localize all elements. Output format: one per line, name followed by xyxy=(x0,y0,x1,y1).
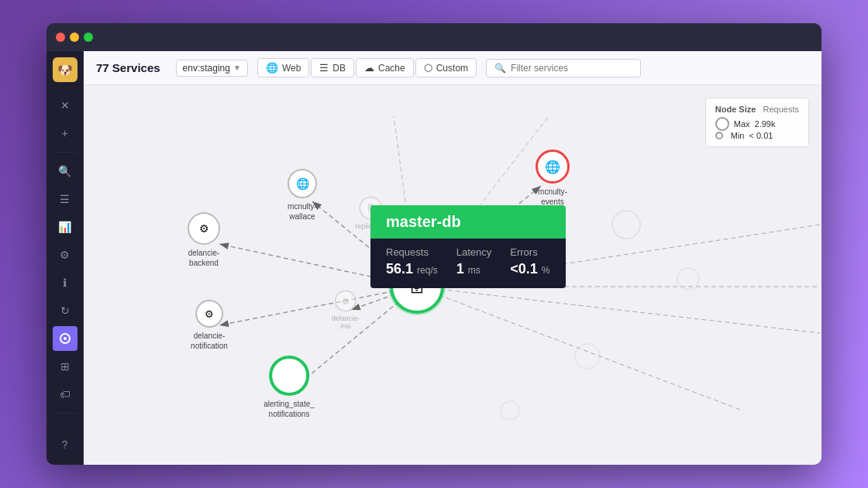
chevron-down-icon: ▼ xyxy=(233,64,241,72)
tooltip-requests-unit: req/s xyxy=(417,265,438,276)
db-icon: ☰ xyxy=(319,62,329,74)
grid-sidebar-icon[interactable]: ⊞ xyxy=(53,354,78,379)
topology-sidebar-icon[interactable] xyxy=(53,326,78,351)
ghost-node-1 xyxy=(612,211,640,239)
edge-master-delancie-notif xyxy=(219,287,417,325)
node-mcnulty-events[interactable]: 🌐 mcnulty-events xyxy=(536,149,570,207)
top-bar: 77 Services env:staging ▼ 🌐 Web ☰ DB xyxy=(84,51,822,85)
svg-point-1 xyxy=(64,337,67,340)
legend-box: Node Size Requests Max 2.99k Min < 0.01 xyxy=(705,98,809,147)
tooltip-latency-value: 1 ms xyxy=(456,261,492,277)
help-sidebar-icon[interactable]: ? xyxy=(53,432,78,457)
legend-max-label: Max xyxy=(734,119,750,129)
sidebar-divider-2 xyxy=(54,413,76,414)
settings-sidebar-icon[interactable]: ⚙ xyxy=(53,242,78,267)
node-label-delancie-backend: delancie-backend xyxy=(188,248,220,268)
legend-min-value: < 0.01 xyxy=(749,131,773,140)
maximize-traffic-light[interactable] xyxy=(84,33,93,42)
tooltip-header: master-db xyxy=(370,205,566,239)
tooltip-errors-unit: % xyxy=(542,265,550,276)
legend-min-row: Min < 0.01 xyxy=(715,131,799,140)
legend-max-circle xyxy=(715,117,729,131)
node-label-delancie-insi: delancie-insi xyxy=(332,314,360,330)
chart-sidebar-icon[interactable]: 📊 xyxy=(53,215,78,239)
search-box[interactable]: 🔍 xyxy=(486,59,641,77)
close-traffic-light[interactable] xyxy=(56,33,65,42)
refresh-sidebar-icon[interactable]: ↻ xyxy=(53,298,78,323)
main-content: 77 Services env:staging ▼ 🌐 Web ☰ DB xyxy=(84,51,822,465)
tooltip-card: master-db Requests 56.1 req/s Latency xyxy=(370,205,566,288)
tooltip-service-name: master-db xyxy=(386,213,461,230)
tooltip-requests-label: Requests xyxy=(386,246,438,258)
tag-sidebar-icon[interactable]: 🏷 xyxy=(53,382,78,407)
legend-min-label: Min xyxy=(731,131,745,140)
tooltip-body: Requests 56.1 req/s Latency 1 ms xyxy=(370,239,566,288)
minimize-traffic-light[interactable] xyxy=(70,33,79,42)
filter-tab-custom[interactable]: ⬡ Custom xyxy=(415,58,477,77)
filter-tabs: 🌐 Web ☰ DB ☁ Cache ⬡ Custom xyxy=(257,58,477,77)
info-sidebar-icon[interactable]: ℹ xyxy=(53,270,78,295)
search-input[interactable] xyxy=(511,63,632,74)
sidebar-logo: 🐶 xyxy=(53,57,78,82)
app-window: 🐶 ✕ + 🔍 ☰ 📊 ⚙ ℹ ↻ ⊞ 🏷 ? xyxy=(46,23,822,465)
search-icon: 🔍 xyxy=(494,63,506,74)
tooltip-col-requests: Requests 56.1 req/s xyxy=(386,246,438,277)
legend-title: Node Size Requests xyxy=(715,105,799,114)
filter-tab-custom-label: Custom xyxy=(436,63,468,74)
layers-sidebar-icon[interactable]: ☰ xyxy=(53,187,78,211)
legend-max-row: Max 2.99k xyxy=(715,117,799,131)
ghost-node-3 xyxy=(575,344,600,369)
node-alerting-state[interactable]: alerting_state_notifications xyxy=(264,356,315,419)
web-icon: 🌐 xyxy=(266,62,278,74)
filter-tab-cache[interactable]: ☁ Cache xyxy=(356,58,414,77)
legend-max-value: 2.99k xyxy=(755,119,776,129)
filter-tab-cache-label: Cache xyxy=(378,63,405,74)
node-label-delancie-notification: delancie-notification xyxy=(191,331,228,351)
env-dropdown[interactable]: env:staging ▼ xyxy=(176,60,248,77)
tooltip-errors-label: Errors xyxy=(510,246,549,258)
node-mcnulty-wallace[interactable]: 🌐 mcnulty-wallace xyxy=(288,169,317,222)
legend-subtitle: Requests xyxy=(763,105,799,114)
node-delancie-notification[interactable]: ⚙ delancie-notification xyxy=(191,300,228,351)
map-area: 🗄 🌐 mcnulty-events 🌐 mcnulty-wallace xyxy=(84,85,822,465)
close-sidebar-icon[interactable]: ✕ xyxy=(53,93,78,118)
tooltip-latency-label: Latency xyxy=(456,246,492,258)
filter-tab-web[interactable]: 🌐 Web xyxy=(257,58,309,77)
sidebar: 🐶 ✕ + 🔍 ☰ 📊 ⚙ ℹ ↻ ⊞ 🏷 ? xyxy=(46,51,84,465)
window-body: 🐶 ✕ + 🔍 ☰ 📊 ⚙ ℹ ↻ ⊞ 🏷 ? xyxy=(46,51,822,465)
custom-icon: ⬡ xyxy=(424,62,432,74)
sidebar-bottom: ? xyxy=(53,431,78,459)
node-delancie-backend[interactable]: ⚙ delancie-backend xyxy=(188,212,220,268)
tooltip-col-errors: Errors <0.1 % xyxy=(510,246,549,277)
plus-sidebar-icon[interactable]: + xyxy=(53,121,78,146)
traffic-lights xyxy=(56,33,93,42)
search-sidebar-icon[interactable]: 🔍 xyxy=(53,159,78,184)
sidebar-divider-1 xyxy=(54,152,76,153)
tooltip-col-latency: Latency 1 ms xyxy=(456,246,492,277)
legend-min-circle xyxy=(715,132,723,139)
title-bar xyxy=(46,23,822,51)
env-label: env:staging xyxy=(183,63,230,74)
cache-icon: ☁ xyxy=(364,62,374,74)
filter-tab-web-label: Web xyxy=(282,63,301,74)
filter-tab-db-label: DB xyxy=(332,63,346,74)
node-label-alerting-state: alerting_state_notifications xyxy=(264,399,315,419)
tooltip-requests-value: 56.1 req/s xyxy=(386,261,438,277)
node-label-mcnulty-wallace: mcnulty-wallace xyxy=(288,201,317,222)
tooltip-errors-value: <0.1 % xyxy=(510,261,549,277)
tooltip-latency-unit: ms xyxy=(468,265,480,276)
node-delancie-insi[interactable]: ⚙ delancie-insi xyxy=(332,290,360,330)
node-label-mcnulty-events: mcnulty-events xyxy=(538,187,567,207)
ghost-node-4 xyxy=(501,401,519,420)
filter-tab-db[interactable]: ☰ DB xyxy=(311,58,354,77)
page-title: 77 Services xyxy=(96,61,160,74)
